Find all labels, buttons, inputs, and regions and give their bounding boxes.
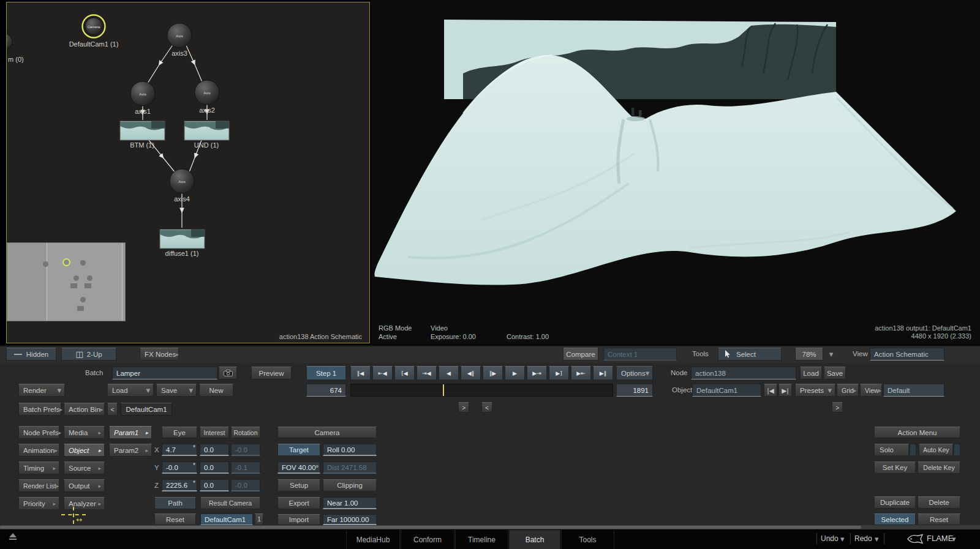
- target-button[interactable]: Target: [277, 444, 320, 456]
- transport-step-forward-button[interactable]: ∥▶: [483, 366, 503, 380]
- far-field[interactable]: Far 10000.00: [323, 514, 377, 525]
- source-button[interactable]: Source▸: [64, 461, 105, 474]
- eye-y-field[interactable]: -0.0 *: [162, 461, 197, 474]
- timeline-scrubber[interactable]: [350, 384, 613, 397]
- flame-caret[interactable]: ▼: [952, 536, 956, 542]
- tab-mediahub[interactable]: MediaHub: [346, 530, 400, 549]
- node-media-btm[interactable]: BTM (1): [120, 121, 165, 149]
- reset-action-button[interactable]: Reset: [918, 514, 960, 525]
- node-prefs-button[interactable]: Node Prefs▸: [18, 426, 59, 439]
- interest-z-field[interactable]: 0.0: [200, 479, 229, 491]
- default-view-field[interactable]: Default: [883, 384, 944, 397]
- zoom-caret-button[interactable]: ▼: [825, 348, 837, 360]
- panel-scrollbar-track[interactable]: [0, 525, 980, 529]
- select-tool-button[interactable]: Select: [718, 348, 782, 360]
- duplicate-button[interactable]: Duplicate: [874, 496, 916, 509]
- next-object-button[interactable]: ▶|: [778, 384, 792, 397]
- new-button[interactable]: New: [199, 384, 233, 397]
- eject-icon[interactable]: [9, 532, 17, 542]
- tab-defaultcam1[interactable]: DefaultCam1: [121, 403, 172, 416]
- transport-prev-keyframe-button[interactable]: ⇤◀: [372, 366, 393, 380]
- camera-panel-header[interactable]: Camera: [277, 427, 377, 438]
- transport-next-frame-jump-button[interactable]: ▶⇥: [527, 366, 547, 380]
- node-media-diffuse[interactable]: diffuse1 (1): [160, 230, 205, 257]
- prev-tab-button[interactable]: <: [107, 403, 118, 416]
- node-axis4[interactable]: Axis axis4: [170, 169, 194, 203]
- snapshot-button[interactable]: [219, 367, 237, 379]
- tab-tools[interactable]: Tools: [561, 530, 614, 549]
- delete-key-button[interactable]: Delete Key: [918, 461, 960, 474]
- options-button[interactable]: Options ▼: [616, 366, 653, 380]
- transport-goto-start-button[interactable]: ∥◀: [350, 366, 371, 380]
- param1-button[interactable]: Param1▸: [109, 426, 152, 439]
- batch-prefs-button[interactable]: Batch Prefs ▸: [18, 403, 61, 416]
- node-axis3[interactable]: Axis axis3: [167, 23, 192, 57]
- hidden-button[interactable]: Hidden: [6, 348, 56, 360]
- transport-prev-frame-jump-button[interactable]: ⇥◀: [417, 366, 437, 380]
- step-button[interactable]: Step 1: [306, 366, 346, 380]
- near-field[interactable]: Near 1.00: [323, 497, 377, 509]
- tab-conform[interactable]: Conform: [401, 530, 454, 549]
- interest-header[interactable]: Interest: [200, 427, 229, 438]
- export-button[interactable]: Export: [277, 497, 320, 509]
- transport-play-button[interactable]: ▶: [505, 366, 525, 380]
- transport-prev-segment-button[interactable]: [◀: [394, 366, 415, 380]
- fov-field[interactable]: FOV 40.00°: [277, 461, 320, 474]
- object-name-field[interactable]: DefaultCam1: [692, 384, 761, 397]
- transport-step-back-button[interactable]: ◀∥: [461, 366, 481, 380]
- node-name-field[interactable]: action138: [691, 367, 796, 379]
- node-media-und[interactable]: UND (1): [184, 121, 229, 149]
- zoom-level-button[interactable]: 78%: [795, 348, 823, 360]
- timing-button[interactable]: Timing▸: [18, 461, 59, 474]
- transport-play-reverse-button[interactable]: ◀: [439, 366, 459, 380]
- node-axis2[interactable]: Axis axis2: [195, 80, 219, 114]
- media-button[interactable]: Media▸: [64, 426, 105, 439]
- view-mode-field[interactable]: Action Schematic: [870, 348, 944, 360]
- compare-button[interactable]: Compare: [563, 348, 598, 360]
- rotation-header[interactable]: Rotation: [231, 427, 260, 438]
- schematic-viewport[interactable]: m (0) Camera DefaultCam1 (1) Axis axis3 …: [6, 2, 370, 343]
- presets-button[interactable]: Presets ▼: [795, 384, 835, 397]
- flame-brand-menu[interactable]: FLAME: [927, 534, 953, 543]
- prev-object-button[interactable]: |◀: [764, 384, 777, 397]
- node-axis1[interactable]: Axis axis1: [130, 81, 155, 115]
- camera-count-box[interactable]: 1: [255, 514, 263, 525]
- tab-batch[interactable]: Batch: [509, 530, 560, 549]
- action-menu-button[interactable]: Action Menu: [874, 427, 960, 438]
- clipping-button[interactable]: Clipping: [323, 479, 377, 491]
- auto-key-button[interactable]: Auto Key: [919, 444, 953, 456]
- camera-name-field[interactable]: DefaultCam1: [200, 514, 253, 525]
- page-prev-button[interactable]: <: [481, 402, 492, 413]
- output-button[interactable]: Output▸: [64, 479, 105, 492]
- reset-camera-button[interactable]: Reset: [154, 514, 196, 525]
- view-button[interactable]: View ▸: [860, 384, 882, 397]
- selected-button[interactable]: Selected: [874, 514, 916, 525]
- rotation-z-field[interactable]: -0.0: [231, 479, 260, 491]
- path-button[interactable]: Path: [154, 497, 196, 509]
- dist-field[interactable]: Dist 2471.58: [323, 461, 377, 474]
- panel-scrollbar-thumb[interactable]: [0, 526, 861, 529]
- current-frame-field[interactable]: 674: [306, 384, 346, 397]
- result-viewport[interactable]: RGB Mode Active Video Exposure: 0.00 Con…: [371, 0, 980, 345]
- action-bin-button[interactable]: Action Bin ▸: [64, 403, 105, 416]
- panel-next-button[interactable]: >: [832, 402, 843, 413]
- eye-x-field[interactable]: 4.7 *: [162, 444, 197, 456]
- solo-toggle-indicator[interactable]: [910, 444, 916, 456]
- interest-y-field[interactable]: 0.0: [200, 461, 229, 474]
- undo-button[interactable]: Undo: [821, 534, 839, 543]
- render-list-button[interactable]: Render List▸: [18, 479, 59, 492]
- interest-x-field[interactable]: 0.0: [200, 444, 229, 456]
- param2-button[interactable]: Param2▸: [109, 444, 152, 457]
- transport-next-segment-button[interactable]: ▶]: [549, 366, 569, 380]
- preview-button[interactable]: Preview: [251, 367, 292, 379]
- tab-timeline[interactable]: Timeline: [455, 530, 508, 549]
- import-button[interactable]: Import: [277, 514, 320, 525]
- animation-button[interactable]: Animation▸: [18, 444, 59, 457]
- eye-header[interactable]: Eye: [162, 427, 197, 438]
- rotation-x-field[interactable]: -0.0: [231, 444, 260, 456]
- schematic-minimap[interactable]: [7, 242, 126, 321]
- fx-nodes-button[interactable]: FX Nodes ▸: [140, 348, 179, 360]
- render-button[interactable]: Render ▼: [18, 384, 65, 397]
- end-frame-field[interactable]: 1891: [616, 384, 653, 397]
- batch-load-button[interactable]: Load ▼: [107, 384, 154, 397]
